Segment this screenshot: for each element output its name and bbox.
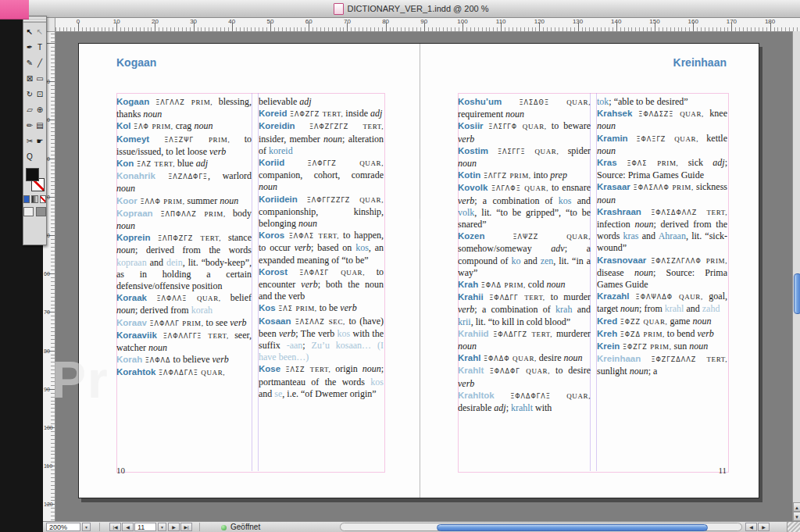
dictionary-entry: Krahii ΞΦΛΔΓΓ TERT, to murder verb; a co… [458, 291, 591, 328]
headword: Korahtok [116, 367, 155, 377]
dictionary-entry: Koraak ΞΛΦΛΛΞ QUAR, belief noun; derived… [116, 292, 252, 316]
headword: Krahlt [458, 366, 484, 375]
text-column[interactable]: Kogaan ΞΛΓΛΛΖ PRIM, blessing, thanks nou… [116, 96, 252, 473]
dictionary-entry: Kramin ΞΦΛΞΓΖ QUAR, kettle noun [597, 133, 727, 157]
script-glyphs: ΞΦΛΣΖΛΓΛΛΦ [646, 258, 705, 265]
vertical-scroll-thumb[interactable] [794, 273, 800, 314]
definition-text [371, 340, 377, 351]
last-page-button[interactable]: ▶| [180, 523, 192, 531]
zoom-dropdown-icon[interactable]: ▼ [82, 523, 91, 531]
horizontal-scroll-thumb[interactable] [437, 524, 708, 531]
tier-label: SEC, [329, 318, 345, 326]
definition-text: and [639, 230, 659, 241]
normal-view-button[interactable] [23, 207, 34, 216]
script-glyphs: ΞΛΖ [134, 161, 154, 168]
hand-tool-icon[interactable]: ☛ [35, 134, 45, 149]
part-of-speech: noun [597, 120, 616, 131]
scale-tool-icon[interactable]: ⊡ [35, 87, 45, 102]
definition-text: , lit. “to be gripped”, “to be snared” [458, 207, 591, 230]
divider [99, 523, 100, 531]
script-glyphs: ΞΦΛΨΛΔΦ [630, 294, 680, 301]
next-page-button[interactable]: ▶ [168, 523, 180, 531]
scroll-down-button[interactable]: ▼ [793, 512, 800, 521]
ruler-number: 80 [44, 348, 50, 353]
definition-text: somehow/someway [458, 243, 551, 254]
apply-gradient-button[interactable] [31, 195, 38, 203]
fill-color-swatch[interactable] [26, 168, 39, 181]
page-number-field[interactable]: 11 [134, 523, 156, 531]
tier-label: QUAR, [674, 135, 698, 143]
scroll-up-button[interactable]: ▲ [793, 502, 800, 512]
rotate-tool-icon[interactable]: ↻ [25, 87, 35, 102]
pencil-tool-icon[interactable]: ✎ [25, 55, 35, 71]
background-window-fragment [0, 0, 29, 20]
script-glyphs: ΞΦΛΔ [478, 282, 504, 289]
text-column[interactable]: believable adjKoreid ΞΛΦΖΓΖ TERT, inside… [259, 96, 384, 473]
dictionary-entry: Kotin ΞΛΓΓΖ PRIM, into prep [458, 170, 591, 182]
script-glyphs: ΞΛΣΖ [280, 366, 310, 373]
definition-text: requirement [458, 109, 505, 120]
resize-grip[interactable] [787, 522, 800, 532]
scroll-left-button[interactable]: ◀ [745, 523, 757, 531]
dictionary-entry: Koreid ΞΛΦΖΓΖ TERT, inside adj [259, 108, 384, 120]
part-of-speech: noun [298, 218, 317, 229]
part-of-speech: adj [494, 402, 505, 413]
scroll-right-button[interactable]: ▶ [758, 523, 770, 531]
dictionary-entry: Korahtok ΞΛΦΛΔΓΛΞ QUAR, [116, 366, 252, 379]
dictionary-entry: Kol ΞΛΦ PRIM, crag noun [116, 120, 252, 133]
eyedropper-tool-icon[interactable]: ✏ [25, 118, 35, 134]
preview-view-button[interactable] [36, 207, 46, 216]
cross-reference: kos [338, 328, 351, 339]
scissors-tool-icon[interactable]: ✂ [25, 134, 35, 149]
direct-selection-tool-icon[interactable]: ↖ [35, 24, 45, 40]
ruler-number: 100 [44, 425, 53, 430]
zoom-tool-icon[interactable]: Q [25, 149, 35, 165]
dictionary-entry: Komeyt ΞΛΞΖΨΓ PRIM, to issue/issued, to … [116, 134, 252, 158]
tier-label: TERT, [208, 332, 229, 340]
definition-text: sick [678, 157, 712, 168]
headword: Kon [116, 159, 134, 168]
selection-tool-icon[interactable]: ↖ [25, 24, 35, 40]
type-tool-icon[interactable]: T [35, 40, 45, 55]
page-number-right: 11 [718, 466, 727, 475]
dictionary-entry: Krah ΞΦΛΔ PRIM, cold noun [458, 279, 591, 291]
apply-color-button[interactable] [23, 195, 30, 203]
text-column[interactable]: tok; “able to be desired”Krahsek ΞΦΛΔΣΖΞ… [597, 96, 727, 473]
free-transform-tool-icon[interactable]: ⊕ [35, 102, 45, 118]
dictionary-entry: Krazahl ΞΦΛΨΛΔΦ QAUR, goal, target noun;… [597, 291, 727, 315]
horizontal-scrollbar[interactable] [340, 523, 742, 531]
cross-reference: tok [597, 96, 609, 107]
definition-text: belief [221, 292, 252, 303]
cross-reference: Zu’u kosaan… [312, 340, 372, 351]
shear-tool-icon[interactable]: ▱ [25, 102, 35, 118]
cross-reference: ko [511, 255, 520, 266]
part-of-speech: verb [458, 195, 474, 206]
page-header-left: Kogaan [116, 56, 156, 69]
definition-text: desire [537, 352, 564, 363]
page-dropdown-icon[interactable]: ▼ [158, 523, 166, 531]
title-bar[interactable]: DICTIONARY_VER_1.indd @ 200 % [22, 0, 800, 18]
zoom-combo[interactable]: 200% [46, 523, 80, 531]
dictionary-entry: Kose ΞΛΣΖ TERT, origin noun; portmanteau… [259, 363, 384, 400]
definition-text: to believe [171, 354, 212, 365]
frame-tool-icon[interactable]: ⊠ [25, 71, 35, 87]
ruler-number: 110 [496, 18, 506, 25]
rectangle-tool-icon[interactable]: ▭ [35, 71, 45, 87]
first-page-button[interactable]: |◀ [109, 523, 121, 531]
horizontal-ruler[interactable]: 0102030405060708090100110120130140150160… [43, 17, 800, 32]
pen-tool-icon[interactable]: ✒ [25, 40, 35, 55]
cross-reference: volk [458, 207, 474, 218]
line-tool-icon[interactable]: ╱ [35, 55, 45, 71]
vertical-scrollbar[interactable]: ▲ ▼ [792, 31, 800, 521]
part-of-speech: adj [196, 158, 208, 169]
headword: Koprein [116, 233, 150, 242]
definition-text: murderer [552, 328, 591, 339]
gradient-tool-icon[interactable]: ▤ [35, 118, 45, 134]
text-column[interactable]: Koshu’um ΞΛΣΔΘΞ QUAR, requirement nounKo… [458, 96, 591, 473]
script-glyphs: ΞΛΓΛΦΞ [488, 185, 524, 192]
document-spread[interactable]: Kogaan Kreinhaan Kogaan ΞΛΓΛΛΖ PRIM, ble… [78, 43, 759, 498]
prev-page-button[interactable]: ◀ [122, 523, 134, 531]
apply-none-button[interactable] [40, 195, 46, 203]
tier-label: QUAR, [566, 233, 591, 241]
dictionary-entry: Krasaar ΞΦΛΣΛΛΦ PRIM, sickness noun [597, 181, 727, 205]
